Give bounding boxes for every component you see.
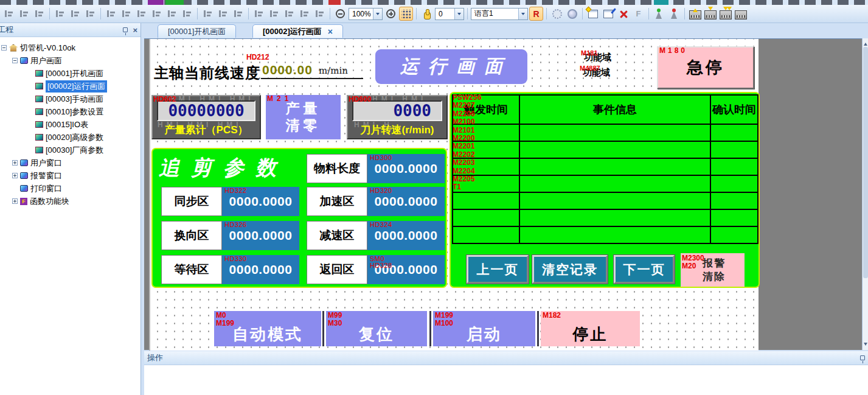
zoom-in-button[interactable] xyxy=(384,7,398,21)
send-back-icon[interactable] xyxy=(267,7,281,21)
zoom-level-select[interactable]: 100% xyxy=(349,8,383,20)
tree-item-screen-00003[interactable]: [00003]手动画面 xyxy=(0,93,141,105)
tree-item-screen-00020[interactable]: [00020]高级参数 xyxy=(0,131,141,144)
touch-cursor-button[interactable] xyxy=(420,7,434,21)
download-all-button[interactable] xyxy=(718,7,732,21)
scroll-up-icon[interactable] xyxy=(864,41,867,46)
align-right-icon[interactable] xyxy=(32,7,46,21)
clear-records-button[interactable]: 清空记录 xyxy=(532,255,608,284)
mirror-vertical-icon[interactable] xyxy=(313,7,327,21)
align-top-icon[interactable] xyxy=(53,7,67,21)
production-clear-button[interactable]: M21 产量 清零 xyxy=(266,95,341,139)
chevron-down-icon[interactable] xyxy=(454,9,464,19)
state-next-button[interactable] xyxy=(565,7,579,21)
new-screen-button[interactable] xyxy=(586,7,600,21)
upload-button[interactable] xyxy=(688,7,702,21)
tree-item-screen-00015[interactable]: [00015]IO表 xyxy=(0,118,141,131)
vertical-scrollbar[interactable] xyxy=(862,38,868,350)
tree-group-print-windows[interactable]: 打印窗口 xyxy=(0,182,141,195)
spindle-speed-value[interactable]: 0000.00 m/min xyxy=(261,61,363,79)
rotate-icon[interactable] xyxy=(282,7,296,21)
pin-icon[interactable] xyxy=(123,27,128,32)
tree-item-screen-00010[interactable]: [00010]参数设置 xyxy=(0,105,141,118)
align-middle-icon[interactable] xyxy=(68,7,82,21)
screen-title-widget[interactable]: 运行画面 xyxy=(375,49,527,84)
touch-index-select[interactable]: 0 xyxy=(435,8,464,20)
event-table-panel[interactable]: 触发时间 事件信息 确认时间 PSW256 M2207 M2206 M2100 … xyxy=(450,92,760,288)
param-value-reverse-zone[interactable]: HD326 0000.0000 xyxy=(222,221,299,250)
blade-speed-display[interactable]: HD600 HMI HMI HMI HMI 0000 刀片转速(r/min) xyxy=(347,95,448,139)
align-center-icon[interactable] xyxy=(17,7,31,21)
expand-icon[interactable] xyxy=(12,198,18,204)
tree-item-screen-00001[interactable]: [00001]开机画面 xyxy=(0,67,141,80)
offline-simulate-button[interactable] xyxy=(667,7,681,21)
param-value-accel-zone[interactable]: HD320 0000.0000 xyxy=(367,187,445,216)
tab-screen-00001[interactable]: [00001]开机画面 xyxy=(158,24,236,38)
chase-cut-params-panel[interactable]: 追剪参数 物料长度 HD300 0000.0000 同步区 HD322 0000… xyxy=(151,148,447,288)
param-value-material-length[interactable]: HD300 0000.0000 xyxy=(367,154,445,183)
function-field-widget[interactable]: M4887 功能域 xyxy=(583,67,610,79)
tree-root[interactable]: 切管机-V0.10ok xyxy=(0,41,141,54)
tab-screen-00002[interactable]: [00002]运行画面 × xyxy=(252,24,343,38)
event-table[interactable]: 触发时间 事件信息 确认时间 xyxy=(452,94,759,244)
reset-button[interactable]: M99 M30 复位 xyxy=(326,311,427,346)
start-button[interactable]: M199 M100 启动 xyxy=(433,311,535,346)
hmi-canvas[interactable]: 主轴当前线速度 HD212 0000.00 m/min 运行画面 M181 功能… xyxy=(149,39,759,351)
chevron-down-icon[interactable] xyxy=(373,9,382,19)
distribute-vertical-icon[interactable] xyxy=(165,7,179,21)
scrollbar-thumb[interactable] xyxy=(863,47,868,278)
align-bottom-icon[interactable] xyxy=(83,7,97,21)
emergency-stop-button[interactable]: M180 急停 xyxy=(657,46,754,89)
production-count-value: 00000000 xyxy=(157,100,255,121)
production-count-display[interactable]: HD602 HMI HMI HMI HMI HMI HMI 00000000 产… xyxy=(151,95,261,139)
tree-group-user-screens[interactable]: 用户画面 xyxy=(0,54,141,67)
online-simulate-button[interactable] xyxy=(652,7,666,21)
mirror-horizontal-icon[interactable] xyxy=(297,7,311,21)
param-value-sync-zone[interactable]: HD322 0000.0000 xyxy=(222,187,299,216)
grid-toggle-button[interactable] xyxy=(399,7,413,21)
tab-close-icon[interactable]: × xyxy=(328,27,333,36)
distribute-horizontal-icon[interactable] xyxy=(150,7,164,21)
collapse-icon[interactable] xyxy=(1,45,7,51)
state-preview-button[interactable] xyxy=(550,7,564,21)
auto-mode-button[interactable]: M0 M199 自动模式 xyxy=(214,311,321,346)
register-mode-button[interactable]: R xyxy=(529,7,543,21)
param-value-return-zone[interactable]: SM0 HD328 0000.0000 xyxy=(367,255,445,284)
bring-front-icon[interactable] xyxy=(252,7,266,21)
alarm-clear-button[interactable]: M2300 M20 报警 清除 xyxy=(681,253,745,287)
stretch-height-icon[interactable] xyxy=(216,7,230,21)
same-size-icon[interactable] xyxy=(134,7,148,21)
function-block-button[interactable]: F xyxy=(631,7,645,21)
language-select[interactable]: 语言1 xyxy=(471,8,528,20)
stretch-width-icon[interactable] xyxy=(201,7,215,21)
next-page-button[interactable]: 下一页 xyxy=(614,255,675,284)
function-field-widget[interactable]: M181 功能域 xyxy=(584,52,611,63)
center-horizontal-icon[interactable] xyxy=(180,7,194,21)
group-icon[interactable] xyxy=(231,7,245,21)
grid-icon xyxy=(401,9,411,18)
stop-button[interactable]: M182 停止 xyxy=(541,311,640,346)
tree-group-user-windows[interactable]: 用户窗口 xyxy=(0,156,141,169)
expand-icon[interactable] xyxy=(12,160,18,166)
tree-group-function-blocks[interactable]: F 函数功能块 xyxy=(0,195,141,208)
collapse-icon[interactable] xyxy=(12,58,18,63)
prev-page-button[interactable]: 上一页 xyxy=(467,255,529,284)
align-left-icon[interactable] xyxy=(2,7,16,21)
param-value-decel-zone[interactable]: HD324 0000.0000 xyxy=(367,221,445,250)
chevron-down-icon[interactable] xyxy=(518,9,527,19)
tree-item-screen-00002[interactable]: [00002]运行画面 xyxy=(0,80,141,93)
edit-screen-button[interactable] xyxy=(601,7,615,21)
tree-group-alarm-windows[interactable]: 报警窗口 xyxy=(0,169,141,182)
same-height-icon[interactable] xyxy=(119,7,133,21)
delete-screen-button[interactable] xyxy=(616,7,630,21)
zoom-out-button[interactable] xyxy=(333,7,347,21)
expand-icon[interactable] xyxy=(12,173,18,178)
close-icon[interactable]: × xyxy=(133,26,137,34)
device-info-button[interactable] xyxy=(734,7,748,21)
scroll-down-icon[interactable] xyxy=(864,343,867,348)
pin-icon[interactable] xyxy=(860,355,865,360)
param-value-wait-zone[interactable]: HD330 0000.0000 xyxy=(222,255,299,284)
download-button[interactable] xyxy=(703,7,717,21)
same-width-icon[interactable] xyxy=(104,7,118,21)
tree-item-screen-00030[interactable]: [00030]厂商参数 xyxy=(0,144,141,156)
